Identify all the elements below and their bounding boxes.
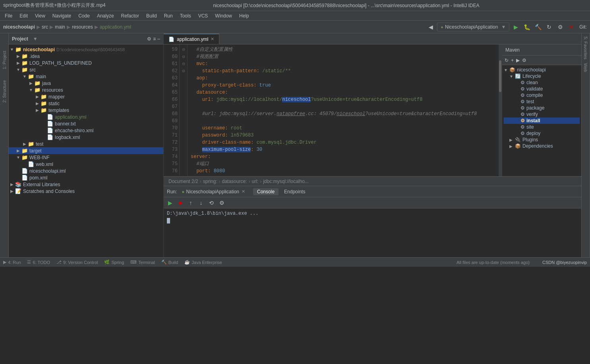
maven-refresh-button[interactable]: ↻ (504, 57, 509, 64)
tab-favorites[interactable]: 5: Favorites (582, 35, 589, 61)
tree-item-pom-xml[interactable]: ▶ 📄 pom.xml (9, 174, 163, 181)
maven-phase-clean[interactable]: ▶ ⚙ clean (504, 79, 580, 86)
tree-item-logback-xml[interactable]: ▶ 📄 logback.xml (9, 134, 163, 141)
run-button[interactable]: ▶ (511, 22, 520, 32)
maven-phase-compile[interactable]: ▶ ⚙ compile (504, 92, 580, 98)
bc-src: src (42, 24, 48, 30)
settings-icon[interactable]: ⚙ (555, 22, 565, 32)
menu-view[interactable]: View (32, 12, 48, 19)
console-rerun-button[interactable]: ▶ (165, 198, 175, 208)
menu-run[interactable]: Run (161, 12, 176, 19)
status-java-enterprise[interactable]: ☕ Java Enterprise (184, 260, 222, 265)
tree-item-webinf[interactable]: ▼ 📁 WEB-INF (9, 154, 163, 161)
menu-tools[interactable]: Tools (177, 12, 194, 19)
tree-item-resources[interactable]: ▼ 📁 resources (9, 87, 163, 93)
console-wrap-button[interactable]: ⟲ (207, 198, 216, 208)
maven-phase-deploy[interactable]: ▶ ⚙ deploy (504, 130, 580, 137)
panel-minimize-button[interactable]: – (157, 36, 160, 42)
tree-item-banner-txt[interactable]: ▶ 📄 banner.txt (9, 120, 163, 127)
maven-phase-package[interactable]: ▶ ⚙ package (504, 105, 580, 111)
tree-label-java: java (42, 81, 51, 86)
code-area[interactable]: #自定义配置属性 #视图配置 mvc: static-path-pattern:… (188, 44, 499, 176)
tab-web[interactable]: Web (582, 62, 589, 73)
console-down-button[interactable]: ↓ (196, 198, 206, 208)
tab-close-application-yml[interactable]: ✕ (211, 37, 214, 42)
menu-vcs[interactable]: VCS (195, 12, 211, 19)
refresh-button[interactable]: ↻ (544, 22, 554, 32)
build-button[interactable]: 🔨 (533, 22, 543, 32)
run-config-selector[interactable]: ● NiceschoolapiApplication ▼ (437, 23, 509, 31)
status-spring[interactable]: 🌿 Spring (104, 260, 124, 265)
debug-button[interactable]: 🐛 (522, 22, 532, 32)
tree-item-niceschoolapi[interactable]: ▼ 📁 niceschoolapi D:\code\niceschoolapi\… (9, 46, 163, 53)
close-icon[interactable]: ✕ (567, 22, 576, 32)
tab-console[interactable]: Console (253, 188, 279, 195)
tree-item-iml[interactable]: ▶ 📄 niceschoolapi.iml (9, 168, 163, 174)
back-button[interactable]: ◀ (426, 22, 435, 32)
tab-project[interactable]: 1: Project (1, 49, 8, 71)
tree-item-mapper[interactable]: ▶ 📁 mapper (9, 93, 163, 100)
title-bar: springboot教务管理系统+微信小程序云开发.mp4 niceschool… (0, 0, 590, 11)
menu-window[interactable]: Window (212, 12, 235, 19)
menu-edit[interactable]: Edit (16, 12, 31, 19)
maven-run-button[interactable]: ▶ (515, 57, 520, 64)
tree-item-logpath[interactable]: ▶ 📁 LOG_PATH_IS_UNDEFINED (9, 60, 163, 66)
tree-item-web-xml[interactable]: ▶ 📄 web.xml (9, 161, 163, 168)
tree-label-logback-xml: logback.xml (55, 135, 80, 140)
status-vcs-label: 9: Version Control (63, 260, 98, 265)
tab-structure[interactable]: 2: Structure (1, 79, 8, 104)
maven-phase-install[interactable]: ▶ ⚙ install (504, 117, 580, 124)
console-settings-button[interactable]: ⚙ (217, 198, 226, 208)
tree-item-application-yml[interactable]: ▶ 📄 application.yml (9, 114, 163, 120)
tree-item-main[interactable]: ▼ 📁 main (9, 73, 163, 80)
status-vcs[interactable]: ⎇ 9: Version Control (56, 260, 98, 265)
tree-item-target[interactable]: ▶ 📁 target (9, 147, 163, 154)
console-area[interactable]: D:\java\jdk_1.8\bin\java.exe ... (164, 208, 581, 257)
maven-phase-validate[interactable]: ▶ ⚙ validate (504, 86, 580, 92)
tree-label-web-xml: web.xml (36, 162, 53, 167)
maven-node-dependencies[interactable]: ▶ 📦 Dependencies (504, 143, 580, 149)
status-terminal[interactable]: ⌨ Terminal (130, 260, 155, 265)
status-build-label: Build (168, 260, 178, 265)
panel-settings-button[interactable]: ⚙ (147, 36, 151, 42)
maven-panel: Maven ↻ + ▶ ⚙ ▼ 📦 niceschoolapi (502, 44, 581, 176)
tab-endpoints[interactable]: Endpoints (280, 188, 309, 195)
tree-item-extlibs[interactable]: ▶ 📚 External Libraries (9, 181, 163, 188)
console-stop-button[interactable]: ■ (176, 198, 185, 208)
menu-refactor[interactable]: Refactor (118, 12, 142, 19)
maven-add-button[interactable]: + (510, 57, 515, 64)
console-text-1: D:\java\jdk_1.8\bin\java.exe ... (167, 211, 258, 216)
tree-label-static: static (48, 101, 60, 106)
console-up-button[interactable]: ↑ (186, 198, 195, 208)
scrollbar-thumb[interactable] (499, 60, 501, 92)
editor-scrollbar[interactable] (499, 44, 502, 176)
maven-phase-verify[interactable]: ▶ ⚙ verify (504, 111, 580, 117)
tree-item-static[interactable]: ▶ 📁 static (9, 100, 163, 107)
tree-item-scratches[interactable]: ▶ 📝 Scratches and Consoles (9, 188, 163, 195)
maven-node-root[interactable]: ▼ 📦 niceschoolapi (504, 67, 580, 73)
menu-navigate[interactable]: Navigate (49, 12, 74, 19)
maven-phase-test[interactable]: ▶ ⚙ test (504, 98, 580, 105)
status-bar: ▶ 4: Run ☰ 6: TODO ⎇ 9: Version Control … (0, 257, 590, 267)
tree-item-idea[interactable]: ▶ 📁 .idea (9, 53, 163, 60)
menu-file[interactable]: File (2, 12, 15, 19)
maven-node-plugins[interactable]: ▶ 🔌 Plugins (504, 137, 580, 143)
tab-application-yml[interactable]: 📄 application.yml ✕ (164, 34, 219, 44)
tree-item-test[interactable]: ▶ 📁 test (9, 141, 163, 147)
maven-settings-button[interactable]: ⚙ (521, 57, 527, 64)
maven-phase-site[interactable]: ▶ ⚙ site (504, 124, 580, 130)
status-build[interactable]: 🔨 Build (161, 260, 178, 265)
tree-item-src[interactable]: ▼ 📁 src (9, 66, 163, 73)
tree-item-templates[interactable]: ▶ 📁 templates (9, 107, 163, 114)
tree-item-java[interactable]: ▶ 📁 java (9, 80, 163, 87)
menu-code[interactable]: Code (75, 12, 93, 19)
status-todo[interactable]: ☰ 6: TODO (27, 260, 50, 265)
menu-build[interactable]: Build (143, 12, 160, 19)
status-run[interactable]: ▶ 4: Run (3, 260, 21, 265)
menu-analyze[interactable]: Analyze (94, 12, 117, 19)
panel-gear-button[interactable]: ≡ (153, 36, 156, 42)
project-panel: Project ▼ ⚙ ≡ – ▼ 📁 niceschoolapi D:\cod… (9, 33, 164, 257)
maven-node-lifecycle[interactable]: ▼ 🔄 Lifecycle (504, 73, 580, 79)
menu-help[interactable]: Help (236, 12, 252, 19)
tree-item-ehcache-xml[interactable]: ▶ 📄 ehcache-shiro.xml (9, 127, 163, 134)
